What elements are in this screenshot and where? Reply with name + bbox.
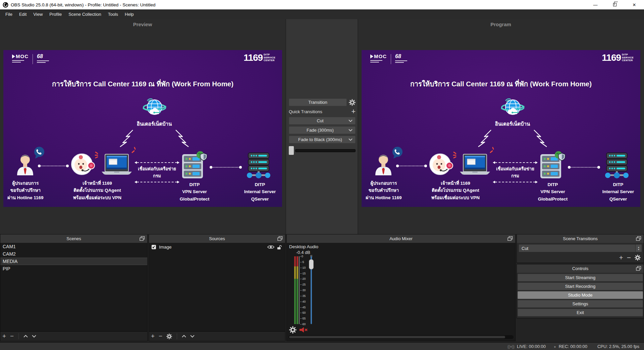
- menu-tools[interactable]: Tools: [105, 10, 121, 18]
- move-source-up-button[interactable]: [182, 335, 186, 338]
- dock-popout-icon[interactable]: [140, 236, 145, 241]
- dock-popout-icon[interactable]: [277, 236, 283, 241]
- meter-bar-right: [297, 256, 298, 324]
- combo-spinner[interactable]: ▲ ▼: [635, 245, 642, 252]
- mute-speaker-icon[interactable]: [299, 326, 308, 333]
- scene-item-pip[interactable]: PIP: [0, 265, 147, 272]
- statusbar: ((●)) LIVE: 00:00:00 ● REC: 00:00:00 CPU…: [0, 342, 644, 350]
- source-properties-gear-button[interactable]: [166, 334, 172, 339]
- preview-canvas[interactable]: MOC 68 1169 DITP SERVICE CENTER การให้บร…: [3, 50, 282, 207]
- tbar-thumb[interactable]: [289, 146, 294, 155]
- add-transition-button[interactable]: +: [619, 255, 623, 261]
- start-streaming-button[interactable]: Start Streaming: [518, 274, 643, 281]
- mixer-horizontal-scrollbar[interactable]: [288, 335, 514, 339]
- lightning-bolt-icon: [532, 129, 548, 147]
- transition-gear-button[interactable]: [635, 255, 641, 261]
- scene-item-media[interactable]: MEDIA: [0, 258, 147, 265]
- visibility-eye-icon[interactable]: [267, 245, 274, 249]
- menu-file[interactable]: File: [2, 10, 16, 18]
- meter-bars: [294, 256, 298, 324]
- move-scene-down-button[interactable]: [32, 335, 36, 338]
- studio-mode-area: Preview Program MOC 68 1169 DITP SERVICE: [0, 19, 644, 234]
- live-time: LIVE: 00:00:00: [517, 344, 546, 349]
- transition-properties-gear-icon[interactable]: [349, 99, 356, 106]
- program-label: Program: [490, 21, 511, 27]
- rec-time: REC: 00:00:00: [559, 344, 587, 349]
- add-scene-button[interactable]: +: [2, 333, 6, 339]
- remove-scene-button[interactable]: −: [10, 333, 14, 339]
- dock-popout-icon[interactable]: [636, 266, 641, 271]
- dashed-arrow: [495, 162, 535, 163]
- network-link-group: เชื่อมต่อกับเครือข่ายกรม: [493, 160, 537, 184]
- close-button[interactable]: ✕: [625, 0, 644, 9]
- cpu-fps-stats: CPU: 2.5%, 25.00 fps: [597, 344, 639, 349]
- source-item-image[interactable]: Image: [149, 243, 285, 251]
- network-link-group: เชื่อมต่อกับเครือข่ายกรม: [135, 160, 179, 184]
- quick-transition-fade[interactable]: Fade (300ms): [289, 126, 356, 134]
- accent-marks: [95, 151, 99, 159]
- dock-popout-icon[interactable]: [636, 236, 641, 241]
- internet-globe-icon: [500, 97, 525, 117]
- unlock-icon[interactable]: [277, 245, 282, 250]
- accent-marks: [453, 151, 458, 159]
- channel-gear-button[interactable]: [289, 326, 297, 334]
- add-source-button[interactable]: +: [151, 333, 155, 339]
- scene-transitions-dock: Scene Transitions Cut ▲ ▼ + −: [517, 234, 644, 263]
- logo-1169: 1169 DITP SERVICE CENTER: [244, 53, 275, 64]
- minimize-button[interactable]: —: [586, 0, 605, 9]
- scene-item-cam2[interactable]: CAM2: [0, 250, 147, 258]
- home-internet-label: อินเตอร์เน็ตบ้าน: [495, 120, 530, 128]
- start-recording-button[interactable]: Start Recording: [518, 282, 643, 290]
- moc-logo: MOC: [370, 53, 387, 62]
- connector-line: [569, 167, 599, 168]
- restore-button[interactable]: [605, 0, 625, 9]
- meter-tick-label: -35: [300, 294, 306, 298]
- phone-bubble-icon: [33, 146, 46, 159]
- menu-scene-collection[interactable]: Scene Collection: [65, 10, 105, 18]
- menu-profile[interactable]: Profile: [46, 10, 65, 18]
- tbar-track[interactable]: [295, 149, 356, 152]
- scene-item-cam1[interactable]: CAM1: [0, 243, 147, 250]
- ditp-68-logo-text: 68: [37, 53, 43, 59]
- menu-view[interactable]: View: [30, 10, 46, 18]
- obs-logo-icon: [3, 2, 8, 8]
- quick-transition-cut[interactable]: Cut: [289, 117, 356, 125]
- settings-button[interactable]: Settings: [518, 300, 643, 308]
- connector-line: [397, 166, 426, 166]
- laptop-icon: [100, 154, 133, 176]
- remove-transition-button[interactable]: −: [627, 255, 631, 261]
- network-link-label: เชื่อมต่อกับเครือข่ายกรม: [135, 165, 179, 180]
- pane-divider: [358, 19, 358, 234]
- menu-edit[interactable]: Edit: [16, 10, 30, 18]
- pane-divider: [285, 19, 286, 234]
- exit-button[interactable]: Exit: [518, 309, 643, 316]
- transition-select[interactable]: Cut ▲ ▼: [519, 244, 642, 252]
- agent-mascot-icon: [70, 153, 95, 176]
- internal-server-caption: DITP Internal Server QServer: [602, 181, 634, 203]
- preview-label: Preview: [133, 21, 152, 27]
- dashed-arrow: [137, 182, 177, 182]
- add-quick-transition-icon[interactable]: +: [351, 109, 356, 114]
- move-source-down-button[interactable]: [190, 335, 195, 338]
- chevron-down-icon: [348, 120, 353, 122]
- logo-1169: 1169 DITP SERVICE CENTER: [602, 53, 634, 64]
- scrollbar-handle[interactable]: [289, 336, 505, 338]
- menu-help[interactable]: Help: [121, 10, 137, 18]
- chevron-down-icon: [348, 129, 353, 131]
- move-scene-up-button[interactable]: [23, 335, 28, 338]
- internal-server-icon: [246, 152, 272, 180]
- studio-mode-button[interactable]: Studio Mode: [518, 291, 643, 299]
- person-icon: [373, 152, 393, 176]
- remove-source-button[interactable]: −: [159, 333, 162, 339]
- program-canvas[interactable]: MOC 68 1169 DITP SERVICE CENTER การให้บร…: [362, 50, 640, 207]
- dock-popout-icon[interactable]: [507, 236, 513, 241]
- moc-logo: MOC: [12, 53, 29, 62]
- internal-server-icon: [604, 152, 631, 180]
- quick-transition-fade-to-black[interactable]: Fade to Black (300ms): [289, 136, 356, 143]
- volume-slider-handle[interactable]: [309, 259, 314, 269]
- meter-tick-label: -55: [300, 317, 306, 320]
- audio-mixer-header: Audio Mixer: [287, 234, 515, 243]
- transition-button[interactable]: Transition: [289, 98, 347, 106]
- dashed-arrow: [137, 162, 177, 163]
- logo-1169-number: 1169: [602, 53, 621, 62]
